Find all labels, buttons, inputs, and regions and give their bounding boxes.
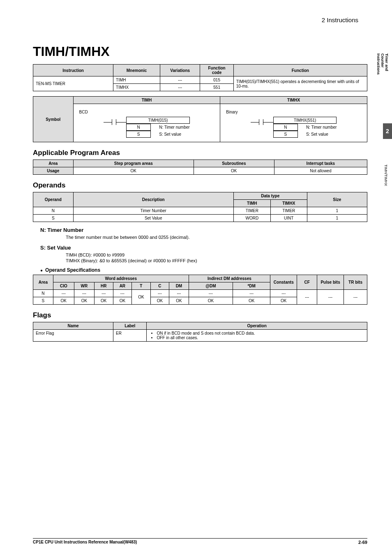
os-hdr-stardm: *DM: [233, 282, 270, 290]
os-shared-tr: ---: [344, 290, 367, 305]
page-title: TIMH/TIMHX: [33, 44, 367, 59]
instr-hdr-mnemonic: Mnemonic: [113, 65, 160, 76]
os-n-constants: ---: [270, 290, 297, 297]
os-s-dm: OK: [169, 297, 189, 305]
op-0-t2: TIMER: [270, 207, 307, 215]
apa-int: Not allowed: [274, 167, 367, 175]
ladder-left-n: N: [126, 124, 151, 131]
s-section-line1: TIMH (BCD): #0000 to #9999: [66, 252, 367, 257]
ladder-right-s: S: [273, 131, 298, 138]
os-shared-pulse: ---: [317, 290, 344, 305]
os-n-stardm: ---: [233, 290, 270, 297]
os-hdr-pulse: Pulse bits: [317, 275, 344, 290]
os-hdr-word: Word addresses: [53, 275, 189, 282]
os-n-hr: ---: [95, 290, 113, 297]
ladder-left-s: S: [126, 131, 151, 138]
symbol-left-mode: BCD: [78, 108, 216, 117]
symbol-col-timh: TIMH: [73, 97, 220, 104]
op-hdr-operand: Operand: [33, 192, 74, 207]
os-hdr-cio: CIO: [53, 282, 74, 290]
opspec-title: Operand Specifications: [40, 267, 367, 273]
os-s-area: S: [33, 297, 53, 305]
ladder-right-n-label: N: Timer number: [306, 125, 337, 130]
instr-fcode-1: 551: [200, 84, 233, 91]
apa-usage: Usage: [33, 167, 74, 175]
instr-var-1: ---: [160, 84, 200, 91]
instr-hdr-function: Function: [233, 65, 367, 76]
apa-table: Area Step program areas Subroutines Inte…: [33, 160, 367, 175]
op-1-op: S: [33, 215, 74, 222]
os-s-c: OK: [150, 297, 169, 305]
os-hdr-indirect: Indirect DM addresses: [189, 275, 270, 282]
os-hdr-area: Area: [33, 275, 53, 290]
symbol-row-header: Symbol: [33, 97, 74, 142]
header-section-label: 2 Instructions: [33, 16, 367, 23]
ladder-diagram-right: TIMHX(551) NN: Timer number SS: Set valu…: [251, 117, 337, 138]
flags-table: Name Label Operation Error Flag ER ON if…: [33, 322, 367, 342]
os-n-area: N: [33, 290, 53, 297]
os-hdr-dm: DM: [169, 282, 189, 290]
instr-mnemonic-0: TIMH: [113, 76, 160, 84]
os-n-c: ---: [150, 290, 169, 297]
side-chapter-box: 2: [383, 123, 392, 139]
ladder-right-s-label: S: Set value: [306, 132, 328, 136]
s-section-line2: TIMHX (Binary): &0 to &65535 (decimal) o…: [66, 258, 367, 263]
instr-hdr-fcode: Function code: [200, 65, 233, 76]
os-s-stardm: OK: [233, 297, 270, 305]
op-hdr-datatype: Data type: [233, 192, 307, 200]
op-0-desc: Timer Number: [73, 207, 233, 215]
footer-right: 2-69: [358, 540, 367, 545]
ladder-right-title: TIMHX(551): [273, 117, 337, 124]
flags-operation-list: ON if in BCD mode and S does not contain…: [149, 331, 364, 340]
os-hdr-atdm: @DM: [189, 282, 233, 290]
apa-sub: OK: [194, 167, 274, 175]
op-0-t1: TIMER: [233, 207, 270, 215]
operands-title: Operands: [33, 181, 367, 190]
os-hdr-hr: HR: [95, 282, 113, 290]
os-n-dm: ---: [169, 290, 189, 297]
flags-op1: ON if in BCD mode and S does not contain…: [157, 331, 364, 335]
os-hdr-t: T: [132, 282, 151, 290]
apa-title: Applicable Program Areas: [33, 149, 367, 157]
apa-hdr-sub: Subroutines: [194, 160, 274, 167]
n-section-title: N: Timer Number: [40, 227, 367, 233]
os-hdr-cf: CF: [297, 275, 317, 290]
os-hdr-constants: Constants: [270, 275, 297, 290]
instr-fcode-0: 015: [200, 76, 233, 84]
ladder-left-n-label: N: Timer number: [159, 125, 189, 130]
ladder-left-s-label: S: Set value: [159, 132, 181, 136]
ladder-right-n: N: [273, 124, 298, 131]
n-section-text: The timer number must be between 0000 an…: [66, 235, 367, 240]
op-0-op: N: [33, 207, 74, 215]
operands-table: Operand Description Data type Size TIMH …: [33, 192, 367, 222]
os-shared-t: OK: [132, 290, 151, 305]
flags-title: Flags: [33, 311, 367, 319]
apa-hdr-step: Step program areas: [73, 160, 194, 167]
instr-function: TIMH(015)/TIMHX(551) operates a decremen…: [233, 76, 367, 91]
flags-hdr-label: Label: [113, 322, 147, 330]
ladder-left-title: TIMH(015): [126, 117, 189, 124]
flags-name: Error Flag: [33, 330, 113, 342]
op-1-t1: WORD: [233, 215, 270, 222]
os-s-hr: OK: [95, 297, 113, 305]
os-shared-cf: ---: [297, 290, 317, 305]
os-n-atdm: ---: [189, 290, 233, 297]
op-hdr-desc: Description: [73, 192, 233, 207]
apa-hdr-int: Interrupt tasks: [274, 160, 367, 167]
os-n-ar: ---: [113, 290, 132, 297]
flags-hdr-operation: Operation: [147, 322, 367, 330]
os-hdr-c: C: [150, 282, 169, 290]
os-s-atdm: OK: [189, 297, 233, 305]
op-1-size: 1: [307, 215, 367, 222]
os-n-cio: ---: [53, 290, 74, 297]
apa-step: OK: [73, 167, 194, 175]
footer-left: CP1E CPU Unit Instructions Reference Man…: [33, 540, 137, 545]
flags-label: ER: [113, 330, 147, 342]
opspec-table: Area Word addresses Indirect DM addresse…: [33, 275, 367, 305]
side-group-label: Timer and Counter Instructions: [376, 53, 389, 75]
instr-var-0: ---: [160, 76, 200, 84]
os-s-cio: OK: [53, 297, 74, 305]
ladder-diagram-left: TIMH(015) NN: Timer number SS: Set value: [104, 117, 189, 138]
op-hdr-size: Size: [307, 192, 367, 207]
op-0-size: 1: [307, 207, 367, 215]
